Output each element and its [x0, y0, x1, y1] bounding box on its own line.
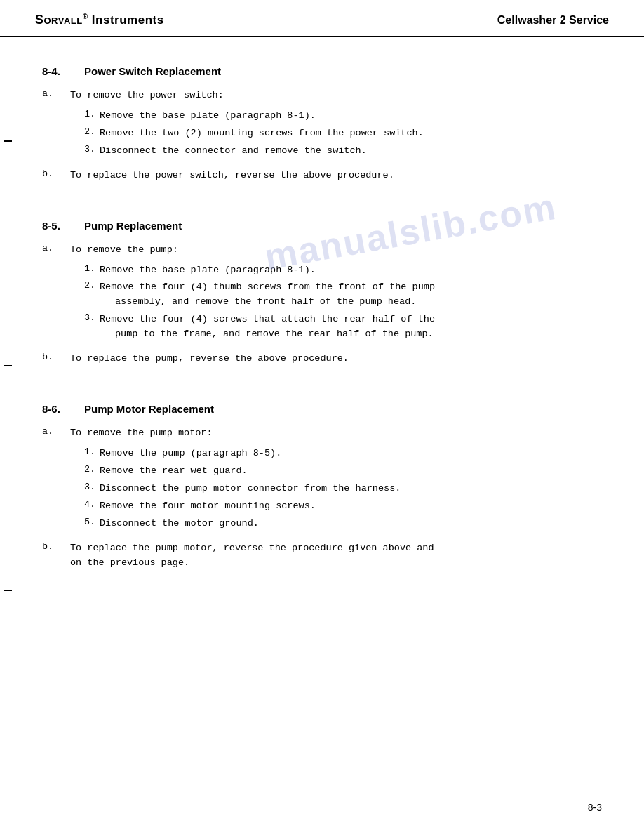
para-text: To replace the pump motor, reverse the p… [70, 541, 434, 556]
edge-mark [4, 140, 12, 142]
list-item: 2. Remove the four (4) thumb screws from… [84, 280, 602, 310]
para-text: To remove the pump: [70, 243, 178, 258]
list-block: 1. Remove the base plate (paragraph 8-1)… [84, 109, 602, 159]
para-label-a: a. [42, 88, 70, 99]
list-continuation: pump to the frame, and remove the rear h… [115, 327, 435, 342]
edge-mark [4, 365, 12, 366]
list-num: 3. [84, 144, 100, 154]
list-num: 4. [84, 499, 100, 510]
section-8-5-number: 8-5. [42, 220, 84, 232]
section-8-4-para-b: b. To replace the power switch, reverse … [42, 168, 602, 183]
section-8-6-para-a: a. To remove the pump motor: 1. Remove t… [42, 426, 602, 531]
para-continuation: on the previous page. [70, 556, 434, 571]
para-text: To replace the power switch, reverse the… [70, 168, 394, 183]
list-num: 2. [84, 280, 100, 291]
section-8-4-para-a: a. To remove the power switch: 1. Remove… [42, 88, 602, 159]
section-8-4-title: Power Switch Replacement [84, 65, 221, 77]
section-8-6-title: Pump Motor Replacement [84, 403, 214, 415]
list-num: 2. [84, 126, 100, 137]
list-text: Remove the rear wet guard. [100, 464, 248, 479]
list-item: 1. Remove the pump (paragraph 8-5). [84, 446, 602, 461]
list-item: 4. Remove the four motor mounting screws… [84, 499, 602, 514]
list-item: 1. Remove the base plate (paragraph 8-1)… [84, 109, 602, 124]
list-text: Disconnect the motor ground. [100, 517, 259, 531]
section-8-5-para-a: a. To remove the pump: 1. Remove the bas… [42, 243, 602, 343]
section-8-6-para-b: b. To replace the pump motor, reverse th… [42, 541, 602, 571]
para-label-b: b. [42, 168, 70, 179]
para-text: To remove the pump motor: [70, 426, 213, 441]
page-footer: 8-3 [588, 802, 602, 813]
main-content: 8-4. Power Switch Replacement a. To remo… [0, 37, 644, 622]
list-num: 2. [84, 464, 100, 475]
list-block: 1. Remove the base plate (paragraph 8-1)… [84, 263, 602, 343]
document-title: Cellwasher 2 Service [497, 14, 609, 27]
brand-instruments: Instruments [92, 13, 164, 27]
section-8-6-number: 8-6. [42, 403, 84, 415]
list-num: 1. [84, 263, 100, 274]
para-label-b: b. [42, 352, 70, 362]
para-line: b. To replace the power switch, reverse … [42, 168, 602, 183]
list-text: Remove the base plate (paragraph 8-1). [100, 109, 316, 124]
para-line: a. To remove the pump: [42, 243, 602, 258]
page-number: 8-3 [588, 802, 602, 813]
registered-mark: ® [83, 13, 88, 20]
edge-mark [4, 590, 12, 591]
brand-logo: Sorvall® Instruments [35, 13, 164, 27]
list-item: 2. Remove the rear wet guard. [84, 464, 602, 479]
list-continuation: assembly, and remove the front half of t… [115, 295, 435, 310]
para-label-a: a. [42, 243, 70, 253]
section-8-6-heading: 8-6. Pump Motor Replacement [42, 403, 602, 415]
list-text: Remove the four (4) thumb screws from th… [100, 280, 435, 295]
section-8-4-heading: 8-4. Power Switch Replacement [42, 65, 602, 77]
list-num: 3. [84, 482, 100, 492]
list-item: 3. Remove the four (4) screws that attac… [84, 312, 602, 342]
list-item: 2. Remove the two (2) mounting screws fr… [84, 126, 602, 141]
list-block: 1. Remove the pump (paragraph 8-5). 2. R… [84, 446, 602, 531]
para-label-b: b. [42, 541, 70, 552]
para-text: To replace the pump, reverse the above p… [70, 352, 349, 366]
list-num: 3. [84, 312, 100, 323]
para-line: a. To remove the pump motor: [42, 426, 602, 441]
list-text: Remove the four motor mounting screws. [100, 499, 316, 514]
list-num: 1. [84, 446, 100, 457]
page: Sorvall® Instruments Cellwasher 2 Servic… [0, 0, 644, 834]
list-text: Disconnect the connector and remove the … [100, 144, 367, 159]
list-item: 5. Disconnect the motor ground. [84, 517, 602, 531]
list-text: Remove the two (2) mounting screws from … [100, 126, 424, 141]
list-text: Remove the pump (paragraph 8-5). [100, 446, 281, 461]
brand-name: Sorvall [35, 13, 83, 27]
para-text: To remove the power switch: [70, 88, 224, 103]
list-item: 3. Disconnect the connector and remove t… [84, 144, 602, 159]
section-8-5-para-b: b. To replace the pump, reverse the abov… [42, 352, 602, 366]
list-item: 3. Disconnect the pump motor connector f… [84, 482, 602, 496]
section-8-4-number: 8-4. [42, 65, 84, 77]
page-header: Sorvall® Instruments Cellwasher 2 Servic… [0, 0, 644, 37]
para-label-a: a. [42, 426, 70, 437]
list-item: 1. Remove the base plate (paragraph 8-1)… [84, 263, 602, 278]
list-text: Disconnect the pump motor connector from… [100, 482, 401, 496]
list-num: 1. [84, 109, 100, 119]
para-line: b. To replace the pump, reverse the abov… [42, 352, 602, 366]
para-line: b. To replace the pump motor, reverse th… [42, 541, 602, 571]
list-text: Remove the base plate (paragraph 8-1). [100, 263, 316, 278]
para-line: a. To remove the power switch: [42, 88, 602, 103]
list-text: Remove the four (4) screws that attach t… [100, 312, 435, 327]
section-8-5-title: Pump Replacement [84, 220, 182, 232]
section-8-5-heading: 8-5. Pump Replacement [42, 220, 602, 232]
list-num: 5. [84, 517, 100, 527]
